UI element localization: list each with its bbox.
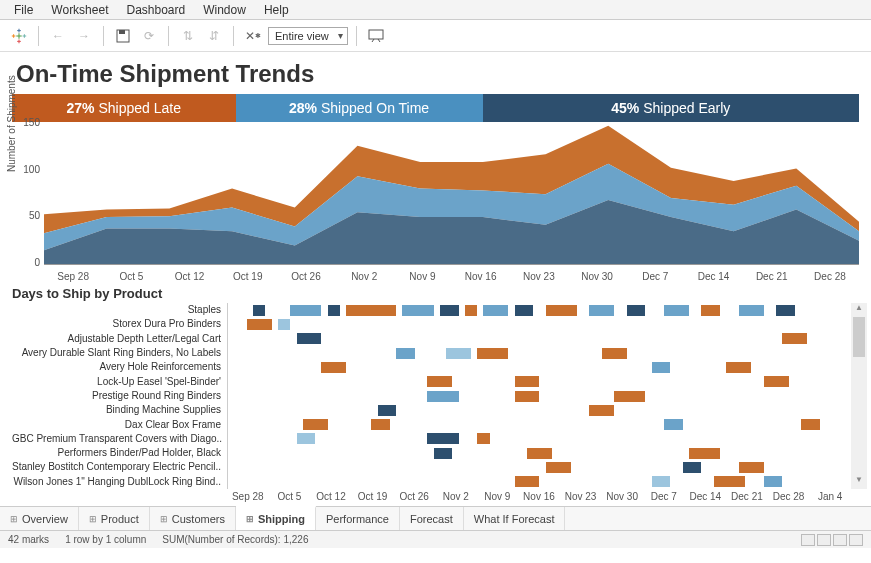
gantt-chart[interactable]: StaplesStorex Dura Pro BindersAdjustable… xyxy=(12,303,867,489)
clear-button[interactable]: ✕✱ xyxy=(242,25,264,47)
gantt-product-label: GBC Premium Transparent Covers with Diag… xyxy=(12,432,227,446)
gantt-bar[interactable] xyxy=(440,305,459,316)
menu-dashboard[interactable]: Dashboard xyxy=(118,2,193,18)
svg-rect-11 xyxy=(119,30,125,34)
kpi-early[interactable]: 45%Shipped Early xyxy=(483,94,859,122)
gantt-bar[interactable] xyxy=(427,433,458,444)
forward-button[interactable]: → xyxy=(73,25,95,47)
gantt-bar[interactable] xyxy=(739,305,764,316)
gantt-bar[interactable] xyxy=(483,305,508,316)
tab-performance[interactable]: Performance xyxy=(316,507,400,530)
kpi-ontime-label: Shipped On Time xyxy=(321,100,429,116)
gantt-bar[interactable] xyxy=(776,305,795,316)
gantt-bar[interactable] xyxy=(297,433,316,444)
menu-help[interactable]: Help xyxy=(256,2,297,18)
gantt-bar[interactable] xyxy=(465,305,477,316)
tab-whatif[interactable]: What If Forecast xyxy=(464,507,566,530)
gantt-bar[interactable] xyxy=(253,305,265,316)
gantt-bar[interactable] xyxy=(303,419,328,430)
sort-button[interactable]: ⇵ xyxy=(203,25,225,47)
gantt-bar[interactable] xyxy=(328,305,340,316)
gantt-bar[interactable] xyxy=(278,319,290,330)
gantt-bar[interactable] xyxy=(664,305,689,316)
gantt-product-label: Adjustable Depth Letter/Legal Cart xyxy=(12,332,227,346)
gantt-bar[interactable] xyxy=(726,362,751,373)
gantt-bar[interactable] xyxy=(627,305,646,316)
back-button[interactable]: ← xyxy=(47,25,69,47)
gantt-x-axis: Sep 28Oct 5Oct 12Oct 19Oct 26Nov 2Nov 9N… xyxy=(227,489,851,506)
gantt-bar[interactable] xyxy=(782,333,807,344)
tab-product[interactable]: ⊞Product xyxy=(79,507,150,530)
gantt-product-label: Binding Machine Supplies xyxy=(12,403,227,417)
gantt-bar[interactable] xyxy=(378,405,397,416)
gantt-bar[interactable] xyxy=(427,391,458,402)
gantt-bar[interactable] xyxy=(297,333,322,344)
tab-shipping[interactable]: ⊞Shipping xyxy=(236,506,316,530)
gantt-bar[interactable] xyxy=(652,362,671,373)
kpi-early-label: Shipped Early xyxy=(643,100,730,116)
gantt-bar[interactable] xyxy=(446,348,471,359)
gantt-bar[interactable] xyxy=(764,376,789,387)
gantt-bar[interactable] xyxy=(664,419,683,430)
gantt-bar[interactable] xyxy=(652,476,671,487)
tab-customers[interactable]: ⊞Customers xyxy=(150,507,236,530)
menu-file[interactable]: File xyxy=(6,2,41,18)
gantt-bar[interactable] xyxy=(546,305,577,316)
gantt-bar[interactable] xyxy=(434,448,453,459)
refresh-button[interactable]: ⟳ xyxy=(138,25,160,47)
gantt-bar[interactable] xyxy=(515,391,540,402)
gantt-bar[interactable] xyxy=(714,476,745,487)
view-icon-3[interactable] xyxy=(833,534,847,546)
view-icon-4[interactable] xyxy=(849,534,863,546)
gantt-title: Days to Ship by Product xyxy=(0,282,871,303)
gantt-bar[interactable] xyxy=(683,462,702,473)
gantt-bar[interactable] xyxy=(764,476,783,487)
gantt-bar[interactable] xyxy=(477,433,489,444)
kpi-ontime[interactable]: 28%Shipped On Time xyxy=(236,94,483,122)
fit-dropdown[interactable]: Entire view xyxy=(268,27,348,45)
gantt-bar[interactable] xyxy=(290,305,321,316)
gantt-bar[interactable] xyxy=(614,391,645,402)
status-marks: 42 marks xyxy=(8,534,49,545)
gantt-bar[interactable] xyxy=(396,348,415,359)
gantt-bar[interactable] xyxy=(346,305,396,316)
gantt-bar[interactable] xyxy=(371,419,390,430)
scroll-up-icon[interactable]: ▲ xyxy=(851,303,867,317)
gantt-bar[interactable] xyxy=(515,376,540,387)
tab-overview[interactable]: ⊞Overview xyxy=(0,507,79,530)
gantt-bar[interactable] xyxy=(515,476,540,487)
kpi-ontime-pct: 28% xyxy=(289,100,317,116)
presentation-mode-button[interactable] xyxy=(365,25,387,47)
swap-button[interactable]: ⇅ xyxy=(177,25,199,47)
gantt-bar[interactable] xyxy=(589,405,614,416)
gantt-bar[interactable] xyxy=(427,376,452,387)
menu-worksheet[interactable]: Worksheet xyxy=(43,2,116,18)
gantt-scrollbar[interactable]: ▲ ▼ xyxy=(851,303,867,489)
dashboard-icon: ⊞ xyxy=(89,514,97,524)
scroll-thumb[interactable] xyxy=(853,317,865,357)
gantt-bar[interactable] xyxy=(477,348,508,359)
gantt-bar[interactable] xyxy=(701,305,720,316)
gantt-bar[interactable] xyxy=(515,305,534,316)
view-icon-1[interactable] xyxy=(801,534,815,546)
gantt-product-label: Wilson Jones 1" Hanging DublLock Ring Bi… xyxy=(12,475,227,489)
gantt-bar[interactable] xyxy=(602,348,627,359)
gantt-bar[interactable] xyxy=(589,305,614,316)
gantt-bar[interactable] xyxy=(739,462,764,473)
scroll-down-icon[interactable]: ▼ xyxy=(851,475,867,489)
gantt-bar[interactable] xyxy=(321,362,346,373)
gantt-labels: StaplesStorex Dura Pro BindersAdjustable… xyxy=(12,303,227,489)
view-icon-2[interactable] xyxy=(817,534,831,546)
save-button[interactable] xyxy=(112,25,134,47)
menu-window[interactable]: Window xyxy=(195,2,254,18)
gantt-bar[interactable] xyxy=(546,462,571,473)
gantt-bar[interactable] xyxy=(689,448,720,459)
gantt-bar[interactable] xyxy=(247,319,272,330)
tab-forecast[interactable]: Forecast xyxy=(400,507,464,530)
gantt-bar[interactable] xyxy=(801,419,820,430)
gantt-product-label: Dax Clear Box Frame xyxy=(12,418,227,432)
gantt-bar[interactable] xyxy=(527,448,552,459)
gantt-bar[interactable] xyxy=(402,305,433,316)
area-chart[interactable]: Number of Shipments 050100150 Sep 28Oct … xyxy=(12,122,859,282)
kpi-late[interactable]: 27%Shipped Late xyxy=(12,94,236,122)
